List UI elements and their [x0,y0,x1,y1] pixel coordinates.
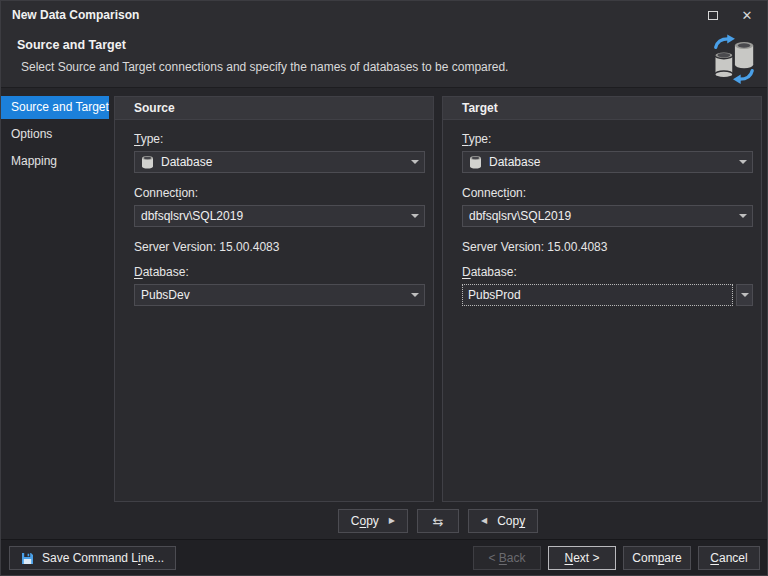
back-button: < Back [473,546,541,570]
sidebar-item-source-and-target[interactable]: Source and Target [1,96,109,119]
next-label: Next > [564,551,599,565]
titlebar: New Data Comparison ✕ [1,1,767,29]
save-icon [21,552,34,565]
source-type-dropdown-button[interactable] [406,152,424,172]
database-icon [141,155,154,169]
copy-to-target-label: Copy [351,514,379,528]
arrow-right-icon: ▶ [389,517,395,525]
source-type-combobox[interactable]: Database [134,151,425,173]
chevron-down-icon [411,293,419,297]
wizard-nav-buttons: < Back Next > Compare Cancel [473,546,760,570]
data-compare-icon [708,34,758,84]
source-connection-dropdown-button[interactable] [406,206,424,226]
target-server-version: Server Version: 15.00.4083 [462,240,753,254]
window-title: New Data Comparison [12,8,139,22]
database-icon [469,155,482,169]
chevron-down-icon [411,160,419,164]
source-connection-combobox[interactable]: dbfsqlsrv\SQL2019 [134,205,425,227]
target-panel-title: Target [443,97,761,120]
target-panel: Target Type: Database Connection: dbfsql… [442,96,762,502]
copy-to-target-button[interactable]: Copy ▶ [338,509,408,533]
target-connection-dropdown-button[interactable] [734,206,752,226]
source-type-value: Database [161,155,212,169]
source-connection-value: dbfsqlsrv\SQL2019 [141,209,243,223]
swap-arrows-icon: ⇆ [433,514,444,529]
save-command-line-label: Save Command Line... [42,551,164,565]
page-title: Source and Target [17,38,126,52]
back-label: < Back [488,551,525,565]
source-database-combobox[interactable]: PubsDev [134,284,425,306]
swap-source-target-button[interactable]: ⇆ [417,509,459,533]
compare-button[interactable]: Compare [623,546,691,570]
copy-to-source-button[interactable]: ◀ Copy [468,509,538,533]
cancel-button[interactable]: Cancel [698,546,760,570]
target-database-combobox: PubsProd [462,284,753,306]
wizard-header: Source and Target Select Source and Targ… [1,29,767,88]
copy-bar: Copy ▶ ⇆ ◀ Copy [109,509,767,533]
source-server-version: Server Version: 15.00.4083 [134,240,425,254]
maximize-icon [708,11,718,20]
source-type-label: Type: [134,132,425,146]
wizard-sidebar: Source and Target Options Mapping [1,88,109,539]
copy-to-source-label: Copy [497,514,525,528]
target-type-label: Type: [462,132,753,146]
target-database-input[interactable]: PubsProd [462,284,733,306]
save-command-line-button[interactable]: Save Command Line... [9,546,176,570]
target-database-label: Database: [462,265,753,279]
target-connection-combobox[interactable]: dbfsqlsrv\SQL2019 [462,205,753,227]
page-description: Select Source and Target connections and… [21,60,508,74]
source-database-dropdown-button[interactable] [406,285,424,305]
target-type-combobox[interactable]: Database [462,151,753,173]
target-connection-label: Connection: [462,186,753,200]
close-icon: ✕ [742,8,753,23]
source-database-value: PubsDev [141,288,190,302]
chevron-down-icon [739,214,747,218]
chevron-down-icon [411,214,419,218]
compare-label: Compare [632,551,681,565]
target-type-dropdown-button[interactable] [734,152,752,172]
new-data-comparison-dialog: New Data Comparison ✕ Source and Target … [0,0,768,576]
maximize-button[interactable] [695,1,731,29]
target-database-dropdown-button[interactable] [736,284,753,306]
cancel-label: Cancel [710,551,747,565]
target-connection-value: dbfsqlsrv\SQL2019 [469,209,571,223]
target-type-value: Database [489,155,540,169]
sidebar-item-mapping[interactable]: Mapping [1,150,109,173]
next-button[interactable]: Next > [548,546,616,570]
source-panel-title: Source [115,97,433,120]
chevron-down-icon [739,160,747,164]
source-database-label: Database: [134,265,425,279]
arrow-left-icon: ◀ [481,517,487,525]
close-button[interactable]: ✕ [729,1,765,29]
sidebar-item-options[interactable]: Options [1,123,109,146]
source-panel: Source Type: Database Connection: dbfsql… [114,96,434,502]
footer-bar: Save Command Line... < Back Next > Compa… [1,539,767,575]
chevron-down-icon [741,293,749,297]
source-connection-label: Connection: [134,186,425,200]
